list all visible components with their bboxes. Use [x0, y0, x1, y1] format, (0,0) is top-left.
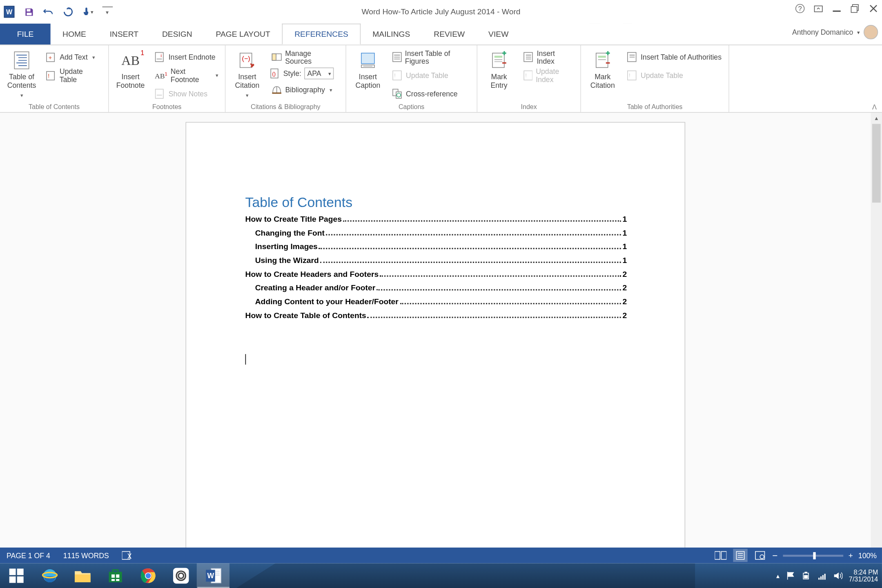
- tray-battery-icon[interactable]: [802, 571, 811, 580]
- print-layout-icon[interactable]: [733, 549, 747, 562]
- tab-file[interactable]: FILE: [0, 24, 51, 45]
- insert-table-of-figures-button[interactable]: Insert Table of Figures: [391, 49, 472, 65]
- insert-endnote-button[interactable]: i Insert Endnote: [154, 49, 220, 65]
- toc-entry[interactable]: How to Create Headers and Footers2: [245, 270, 627, 278]
- svg-text:!: !: [394, 72, 396, 78]
- zoom-level[interactable]: 100%: [858, 552, 877, 559]
- toc-entry-page: 2: [623, 311, 627, 320]
- svg-text:W: W: [207, 572, 214, 580]
- manage-sources-button[interactable]: Manage Sources: [270, 49, 341, 65]
- close-icon[interactable]: [869, 4, 878, 13]
- tray-volume-icon[interactable]: [833, 571, 842, 580]
- taskbar-slant: [236, 563, 695, 588]
- tray-clock[interactable]: 8:24 PM 7/31/2014: [849, 568, 878, 583]
- add-text-button[interactable]: + Add Text▾: [45, 49, 103, 65]
- read-mode-icon[interactable]: [713, 549, 728, 562]
- svg-rect-70: [715, 552, 720, 559]
- toc-leader-dots: [400, 303, 621, 304]
- page-indicator[interactable]: PAGE 1 OF 4: [7, 552, 50, 559]
- svg-marker-100: [236, 563, 695, 588]
- start-button[interactable]: [0, 563, 33, 588]
- save-icon[interactable]: [24, 7, 34, 17]
- taskbar-store[interactable]: [98, 563, 131, 588]
- tab-view[interactable]: VIEW: [477, 24, 520, 45]
- tray-network-icon[interactable]: [817, 571, 826, 580]
- tray-chevron-icon[interactable]: ▴: [776, 572, 780, 579]
- collapse-ribbon-icon[interactable]: ᐱ: [872, 104, 877, 111]
- svg-rect-102: [804, 572, 807, 573]
- tab-design[interactable]: DESIGN: [150, 24, 204, 45]
- document-area[interactable]: Table of Contents How to Create Title Pa…: [0, 113, 882, 563]
- system-tray[interactable]: ▴ 8:24 PM 7/31/2014: [776, 568, 878, 583]
- update-table-button[interactable]: ! Update Table: [45, 67, 103, 83]
- toc-entry[interactable]: How to Create Table of Contents2: [245, 311, 627, 320]
- group-label-index: Index: [483, 103, 575, 112]
- bibliography-button[interactable]: Bibliography▾: [270, 82, 341, 98]
- tab-references[interactable]: REFERENCES: [282, 24, 361, 45]
- insert-index-button[interactable]: Insert Index: [522, 49, 575, 65]
- mark-citation-button[interactable]: Mark Citation: [586, 48, 619, 90]
- svg-rect-86: [116, 575, 119, 578]
- next-footnote-button[interactable]: AB1 Next Footnote▾: [154, 67, 220, 83]
- ribbon: Table of Contents ▾ + Add Text▾ ! Update…: [0, 45, 882, 113]
- show-notes-button: Show Notes: [154, 86, 220, 102]
- help-icon[interactable]: ?: [795, 4, 804, 13]
- toc-entry[interactable]: Changing the Font1: [245, 228, 627, 237]
- qat-customize-icon[interactable]: ▾: [102, 7, 113, 17]
- scroll-up-icon[interactable]: ▲: [871, 113, 882, 124]
- toc-entry[interactable]: Inserting Images1: [245, 242, 627, 251]
- zoom-in-icon[interactable]: +: [849, 551, 853, 560]
- tab-review[interactable]: REVIEW: [422, 24, 477, 45]
- taskbar-word[interactable]: W: [197, 563, 229, 588]
- tab-home[interactable]: HOME: [51, 24, 98, 45]
- zoom-slider[interactable]: [783, 555, 843, 557]
- svg-rect-58: [596, 53, 608, 67]
- insert-footnote-button[interactable]: AB1 Insert Footnote: [114, 48, 147, 90]
- zoom-out-icon[interactable]: −: [772, 550, 777, 561]
- show-notes-icon: [155, 89, 165, 99]
- table-of-contents-button[interactable]: Table of Contents ▾: [5, 48, 38, 98]
- taskbar-app-unknown[interactable]: [164, 563, 196, 588]
- user-account[interactable]: Anthony Domanico ▾: [792, 25, 878, 39]
- scroll-thumb[interactable]: [872, 124, 881, 203]
- restore-icon[interactable]: [851, 4, 860, 13]
- caption-icon: [358, 51, 378, 70]
- word-count[interactable]: 1115 WORDS: [63, 552, 109, 559]
- vertical-scrollbar[interactable]: ▲ ▼: [871, 113, 882, 563]
- taskbar-explorer[interactable]: [66, 563, 98, 588]
- ribbon-options-icon[interactable]: [814, 4, 823, 13]
- redo-icon[interactable]: [63, 7, 74, 17]
- tab-page-layout[interactable]: PAGE LAYOUT: [204, 24, 282, 45]
- insert-toa-button[interactable]: Insert Table of Authorities: [626, 49, 723, 65]
- tab-insert[interactable]: INSERT: [98, 24, 150, 45]
- touch-mode-icon[interactable]: ▾: [82, 7, 93, 17]
- insert-caption-button[interactable]: Insert Caption: [352, 48, 384, 90]
- tof-icon: [392, 52, 402, 62]
- cross-reference-button[interactable]: Cross-reference: [391, 86, 472, 102]
- svg-rect-7: [833, 11, 840, 12]
- toc-entry[interactable]: Using the Wizard1: [245, 256, 627, 265]
- toc-entry[interactable]: Adding Content to your Header/Footer2: [245, 297, 627, 306]
- taskbar-ie[interactable]: [33, 563, 65, 588]
- proofing-icon[interactable]: [122, 551, 133, 560]
- undo-icon[interactable]: [43, 7, 54, 17]
- insert-citation-button[interactable]: (−) Insert Citation ▾: [231, 48, 263, 98]
- citation-style-selector[interactable]: () Style: APA: [270, 67, 341, 79]
- document-page[interactable]: Table of Contents How to Create Title Pa…: [185, 122, 685, 564]
- svg-rect-105: [820, 577, 821, 580]
- toc-leader-dots: [343, 220, 621, 222]
- mark-entry-button[interactable]: Mark Entry: [483, 48, 515, 90]
- group-label-toc: Table of Contents: [5, 103, 103, 112]
- tab-mailings[interactable]: MAILINGS: [361, 24, 422, 45]
- toc-entry[interactable]: Creating a Header and/or Footer2: [245, 283, 627, 292]
- minimize-icon[interactable]: [832, 4, 841, 13]
- tray-flag-icon[interactable]: [786, 571, 795, 580]
- word-app-icon[interactable]: W: [4, 7, 15, 17]
- style-dropdown[interactable]: APA: [304, 67, 334, 79]
- toc-entry[interactable]: How to Create Title Pages1: [245, 214, 627, 223]
- web-layout-icon[interactable]: [753, 549, 767, 562]
- update-index-button: ! Update Index: [522, 67, 575, 83]
- taskbar-chrome[interactable]: [131, 563, 164, 588]
- group-label-toa: Table of Authorities: [586, 103, 724, 112]
- svg-point-92: [145, 573, 151, 579]
